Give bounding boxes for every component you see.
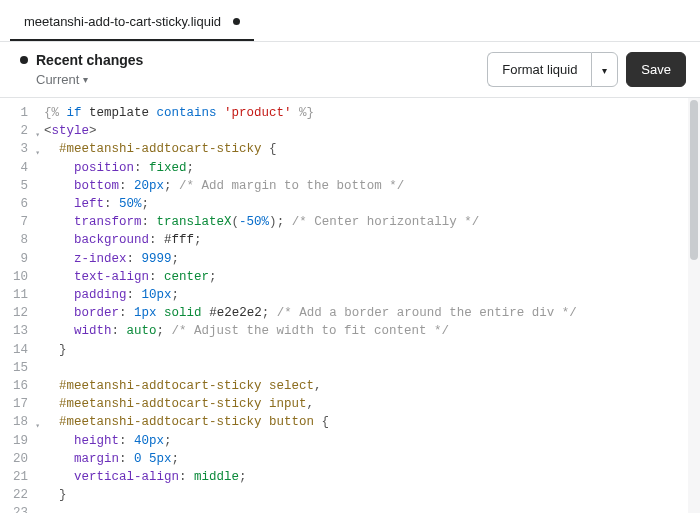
code-line: z-index: 9999;: [44, 250, 700, 268]
line-number: 19: [0, 432, 34, 450]
code-line: #meetanshi-addtocart-sticky select,: [44, 377, 700, 395]
tab-filename: meetanshi-add-to-cart-sticky.liquid: [24, 14, 221, 29]
code-editor[interactable]: 12▾3▾456789101112131415161718▾1920212223…: [0, 98, 700, 513]
line-number: 13: [0, 322, 34, 340]
code-line: position: fixed;: [44, 159, 700, 177]
code-line: <style>: [44, 122, 700, 140]
fold-icon[interactable]: ▾: [35, 144, 40, 162]
code-line: text-align: center;: [44, 268, 700, 286]
code-line: [44, 359, 700, 377]
code-line: #meetanshi-addtocart-sticky input,: [44, 395, 700, 413]
code-line: [44, 504, 700, 513]
code-line: width: auto; /* Adjust the width to fit …: [44, 322, 700, 340]
format-liquid-button[interactable]: Format liquid: [487, 52, 591, 87]
line-number: 17: [0, 395, 34, 413]
code-line: margin: 0 5px;: [44, 450, 700, 468]
line-number: 11: [0, 286, 34, 304]
code-line: vertical-align: middle;: [44, 468, 700, 486]
save-button[interactable]: Save: [626, 52, 686, 87]
format-dropdown-button[interactable]: ▾: [591, 52, 618, 87]
chevron-down-icon: ▾: [83, 74, 88, 85]
code-line: transform: translateX(-50%); /* Center h…: [44, 213, 700, 231]
recent-changes-title: Recent changes: [36, 52, 143, 68]
line-number: 21: [0, 468, 34, 486]
code-line: #meetanshi-addtocart-sticky {: [44, 140, 700, 158]
line-number: 20: [0, 450, 34, 468]
code-line: left: 50%;: [44, 195, 700, 213]
fold-icon[interactable]: ▾: [35, 417, 40, 435]
status-dot-icon: [20, 56, 28, 64]
fold-icon[interactable]: ▾: [35, 126, 40, 144]
scrollbar-track[interactable]: [688, 98, 700, 513]
line-number: 16: [0, 377, 34, 395]
toolbar-left: Recent changes Current ▾: [20, 52, 479, 87]
code-line: background: #fff;: [44, 231, 700, 249]
code-line: bottom: 20px; /* Add margin to the botto…: [44, 177, 700, 195]
line-number: 3▾: [0, 140, 34, 158]
recent-changes-row: Recent changes: [20, 52, 479, 68]
line-number: 23: [0, 504, 34, 513]
line-number: 22: [0, 486, 34, 504]
code-area[interactable]: {% if template contains 'product' %}<sty…: [34, 98, 700, 513]
line-number: 8: [0, 231, 34, 249]
line-number: 1: [0, 104, 34, 122]
version-label: Current: [36, 72, 79, 87]
line-number: 7: [0, 213, 34, 231]
code-line: padding: 10px;: [44, 286, 700, 304]
unsaved-dot-icon: [233, 18, 240, 25]
line-number: 10: [0, 268, 34, 286]
code-line: {% if template contains 'product' %}: [44, 104, 700, 122]
toolbar: Recent changes Current ▾ Format liquid ▾…: [0, 42, 700, 98]
tab-bar: meetanshi-add-to-cart-sticky.liquid: [0, 0, 700, 42]
code-line: }: [44, 486, 700, 504]
code-line: #meetanshi-addtocart-sticky button {: [44, 413, 700, 431]
line-number: 15: [0, 359, 34, 377]
chevron-down-icon: ▾: [602, 65, 607, 76]
line-number: 18▾: [0, 413, 34, 431]
line-number: 14: [0, 341, 34, 359]
line-number: 2▾: [0, 122, 34, 140]
format-button-group: Format liquid ▾: [487, 52, 618, 87]
code-line: height: 40px;: [44, 432, 700, 450]
line-number: 9: [0, 250, 34, 268]
file-tab[interactable]: meetanshi-add-to-cart-sticky.liquid: [10, 6, 254, 41]
line-number: 6: [0, 195, 34, 213]
version-dropdown[interactable]: Current ▾: [20, 70, 479, 87]
scrollbar-thumb[interactable]: [690, 100, 698, 260]
code-line: }: [44, 341, 700, 359]
line-gutter: 12▾3▾456789101112131415161718▾1920212223…: [0, 98, 34, 513]
line-number: 12: [0, 304, 34, 322]
code-line: border: 1px solid #e2e2e2; /* Add a bord…: [44, 304, 700, 322]
line-number: 5: [0, 177, 34, 195]
line-number: 4: [0, 159, 34, 177]
